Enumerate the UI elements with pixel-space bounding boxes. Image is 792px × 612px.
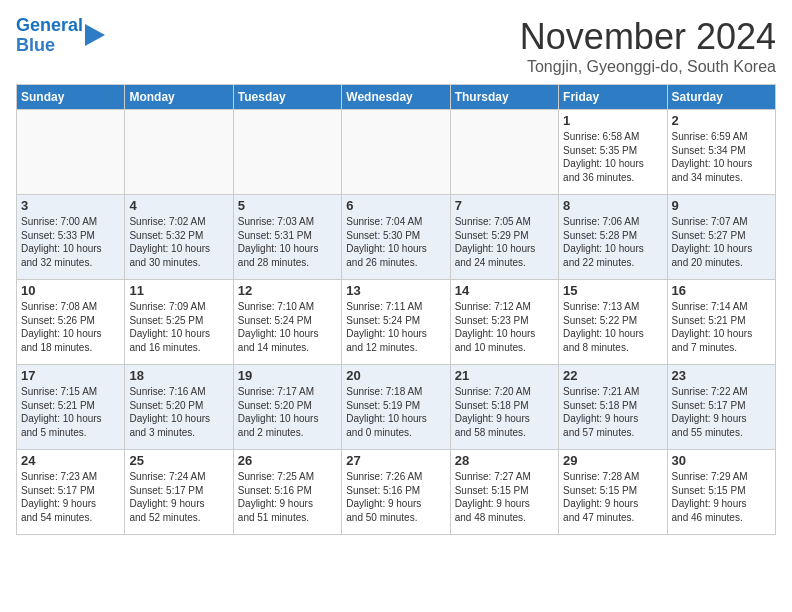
calendar-day-cell: 27Sunrise: 7:26 AM Sunset: 5:16 PM Dayli…	[342, 450, 450, 535]
day-number: 22	[563, 368, 662, 383]
day-number: 19	[238, 368, 337, 383]
calendar-day-cell	[450, 110, 558, 195]
calendar-day-cell: 23Sunrise: 7:22 AM Sunset: 5:17 PM Dayli…	[667, 365, 775, 450]
day-number: 16	[672, 283, 771, 298]
day-number: 17	[21, 368, 120, 383]
weekday-header-sunday: Sunday	[17, 85, 125, 110]
day-number: 12	[238, 283, 337, 298]
day-number: 24	[21, 453, 120, 468]
weekday-header-monday: Monday	[125, 85, 233, 110]
day-info: Sunrise: 7:25 AM Sunset: 5:16 PM Dayligh…	[238, 470, 337, 524]
day-number: 14	[455, 283, 554, 298]
day-info: Sunrise: 7:03 AM Sunset: 5:31 PM Dayligh…	[238, 215, 337, 269]
day-number: 15	[563, 283, 662, 298]
day-number: 11	[129, 283, 228, 298]
calendar-day-cell: 4Sunrise: 7:02 AM Sunset: 5:32 PM Daylig…	[125, 195, 233, 280]
day-number: 26	[238, 453, 337, 468]
day-number: 25	[129, 453, 228, 468]
day-number: 23	[672, 368, 771, 383]
day-info: Sunrise: 7:28 AM Sunset: 5:15 PM Dayligh…	[563, 470, 662, 524]
calendar-week-row: 24Sunrise: 7:23 AM Sunset: 5:17 PM Dayli…	[17, 450, 776, 535]
calendar-day-cell: 21Sunrise: 7:20 AM Sunset: 5:18 PM Dayli…	[450, 365, 558, 450]
day-number: 9	[672, 198, 771, 213]
day-info: Sunrise: 7:04 AM Sunset: 5:30 PM Dayligh…	[346, 215, 445, 269]
day-info: Sunrise: 7:21 AM Sunset: 5:18 PM Dayligh…	[563, 385, 662, 439]
calendar-table: SundayMondayTuesdayWednesdayThursdayFrid…	[16, 84, 776, 535]
day-info: Sunrise: 7:26 AM Sunset: 5:16 PM Dayligh…	[346, 470, 445, 524]
day-number: 2	[672, 113, 771, 128]
day-info: Sunrise: 7:10 AM Sunset: 5:24 PM Dayligh…	[238, 300, 337, 354]
calendar-day-cell	[233, 110, 341, 195]
day-number: 8	[563, 198, 662, 213]
day-number: 3	[21, 198, 120, 213]
calendar-week-row: 1Sunrise: 6:58 AM Sunset: 5:35 PM Daylig…	[17, 110, 776, 195]
calendar-day-cell: 3Sunrise: 7:00 AM Sunset: 5:33 PM Daylig…	[17, 195, 125, 280]
weekday-header-wednesday: Wednesday	[342, 85, 450, 110]
day-info: Sunrise: 6:58 AM Sunset: 5:35 PM Dayligh…	[563, 130, 662, 184]
day-number: 30	[672, 453, 771, 468]
calendar-day-cell: 22Sunrise: 7:21 AM Sunset: 5:18 PM Dayli…	[559, 365, 667, 450]
weekday-header-tuesday: Tuesday	[233, 85, 341, 110]
day-number: 7	[455, 198, 554, 213]
day-info: Sunrise: 7:20 AM Sunset: 5:18 PM Dayligh…	[455, 385, 554, 439]
day-info: Sunrise: 7:22 AM Sunset: 5:17 PM Dayligh…	[672, 385, 771, 439]
calendar-day-cell: 24Sunrise: 7:23 AM Sunset: 5:17 PM Dayli…	[17, 450, 125, 535]
calendar-day-cell: 11Sunrise: 7:09 AM Sunset: 5:25 PM Dayli…	[125, 280, 233, 365]
weekday-header-thursday: Thursday	[450, 85, 558, 110]
day-info: Sunrise: 7:07 AM Sunset: 5:27 PM Dayligh…	[672, 215, 771, 269]
day-info: Sunrise: 7:16 AM Sunset: 5:20 PM Dayligh…	[129, 385, 228, 439]
day-info: Sunrise: 7:27 AM Sunset: 5:15 PM Dayligh…	[455, 470, 554, 524]
day-info: Sunrise: 7:18 AM Sunset: 5:19 PM Dayligh…	[346, 385, 445, 439]
calendar-day-cell: 1Sunrise: 6:58 AM Sunset: 5:35 PM Daylig…	[559, 110, 667, 195]
day-number: 13	[346, 283, 445, 298]
calendar-day-cell: 17Sunrise: 7:15 AM Sunset: 5:21 PM Dayli…	[17, 365, 125, 450]
calendar-day-cell: 25Sunrise: 7:24 AM Sunset: 5:17 PM Dayli…	[125, 450, 233, 535]
day-number: 29	[563, 453, 662, 468]
day-info: Sunrise: 7:05 AM Sunset: 5:29 PM Dayligh…	[455, 215, 554, 269]
day-number: 18	[129, 368, 228, 383]
day-info: Sunrise: 7:29 AM Sunset: 5:15 PM Dayligh…	[672, 470, 771, 524]
day-info: Sunrise: 7:12 AM Sunset: 5:23 PM Dayligh…	[455, 300, 554, 354]
day-number: 28	[455, 453, 554, 468]
day-info: Sunrise: 7:13 AM Sunset: 5:22 PM Dayligh…	[563, 300, 662, 354]
calendar-day-cell: 5Sunrise: 7:03 AM Sunset: 5:31 PM Daylig…	[233, 195, 341, 280]
calendar-day-cell: 19Sunrise: 7:17 AM Sunset: 5:20 PM Dayli…	[233, 365, 341, 450]
logo: General Blue	[16, 16, 105, 56]
calendar-day-cell: 8Sunrise: 7:06 AM Sunset: 5:28 PM Daylig…	[559, 195, 667, 280]
calendar-week-row: 10Sunrise: 7:08 AM Sunset: 5:26 PM Dayli…	[17, 280, 776, 365]
day-info: Sunrise: 7:08 AM Sunset: 5:26 PM Dayligh…	[21, 300, 120, 354]
day-info: Sunrise: 7:09 AM Sunset: 5:25 PM Dayligh…	[129, 300, 228, 354]
weekday-header-row: SundayMondayTuesdayWednesdayThursdayFrid…	[17, 85, 776, 110]
day-number: 27	[346, 453, 445, 468]
calendar-day-cell: 14Sunrise: 7:12 AM Sunset: 5:23 PM Dayli…	[450, 280, 558, 365]
weekday-header-friday: Friday	[559, 85, 667, 110]
day-number: 1	[563, 113, 662, 128]
calendar-day-cell: 16Sunrise: 7:14 AM Sunset: 5:21 PM Dayli…	[667, 280, 775, 365]
day-info: Sunrise: 7:14 AM Sunset: 5:21 PM Dayligh…	[672, 300, 771, 354]
calendar-week-row: 3Sunrise: 7:00 AM Sunset: 5:33 PM Daylig…	[17, 195, 776, 280]
calendar-day-cell: 20Sunrise: 7:18 AM Sunset: 5:19 PM Dayli…	[342, 365, 450, 450]
calendar-day-cell: 12Sunrise: 7:10 AM Sunset: 5:24 PM Dayli…	[233, 280, 341, 365]
day-number: 21	[455, 368, 554, 383]
day-info: Sunrise: 7:15 AM Sunset: 5:21 PM Dayligh…	[21, 385, 120, 439]
day-number: 20	[346, 368, 445, 383]
day-info: Sunrise: 7:06 AM Sunset: 5:28 PM Dayligh…	[563, 215, 662, 269]
logo-line1: General	[16, 16, 83, 36]
calendar-day-cell: 15Sunrise: 7:13 AM Sunset: 5:22 PM Dayli…	[559, 280, 667, 365]
calendar-day-cell: 30Sunrise: 7:29 AM Sunset: 5:15 PM Dayli…	[667, 450, 775, 535]
calendar-day-cell: 18Sunrise: 7:16 AM Sunset: 5:20 PM Dayli…	[125, 365, 233, 450]
calendar-day-cell: 28Sunrise: 7:27 AM Sunset: 5:15 PM Dayli…	[450, 450, 558, 535]
location: Tongjin, Gyeonggi-do, South Korea	[520, 58, 776, 76]
day-info: Sunrise: 7:00 AM Sunset: 5:33 PM Dayligh…	[21, 215, 120, 269]
calendar-day-cell: 10Sunrise: 7:08 AM Sunset: 5:26 PM Dayli…	[17, 280, 125, 365]
calendar-day-cell	[342, 110, 450, 195]
calendar-day-cell: 6Sunrise: 7:04 AM Sunset: 5:30 PM Daylig…	[342, 195, 450, 280]
calendar-day-cell	[125, 110, 233, 195]
weekday-header-saturday: Saturday	[667, 85, 775, 110]
month-title: November 2024	[520, 16, 776, 58]
day-number: 6	[346, 198, 445, 213]
title-block: November 2024 Tongjin, Gyeonggi-do, Sout…	[520, 16, 776, 76]
calendar-day-cell	[17, 110, 125, 195]
page-header: General Blue November 2024 Tongjin, Gyeo…	[16, 16, 776, 76]
svg-marker-0	[85, 24, 105, 46]
